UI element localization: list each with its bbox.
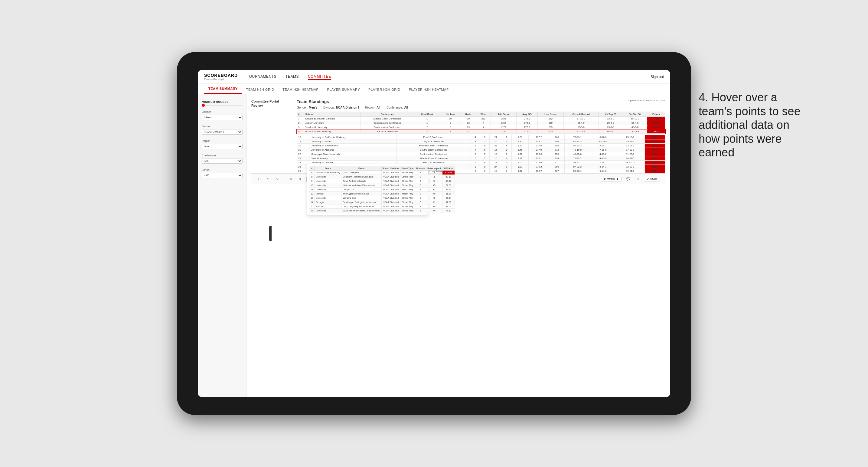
conference-select[interactable]: (All) — [202, 158, 243, 164]
subnav-team-summary[interactable]: TEAM SUMMARY — [204, 84, 242, 94]
tt-rounds: 3 — [415, 196, 426, 200]
tt-type: Stroke Play — [400, 200, 415, 205]
tt-rounds: 3 — [415, 183, 426, 188]
tt-wpoints: 97.86 — [442, 200, 455, 205]
region-select[interactable]: N/A East West — [202, 144, 243, 149]
region-label: Region — [202, 139, 243, 143]
tt-team: University — [314, 183, 341, 188]
tt-event: OFCC Fighting Illini Invitational — [341, 205, 381, 209]
rnds-cell: 19 — [461, 125, 476, 129]
power-button[interactable] — [269, 226, 272, 241]
grid-button[interactable]: ⊞ — [635, 177, 641, 181]
tt-rank: 14 — [309, 200, 314, 205]
th-division: Event Division — [381, 166, 400, 170]
slider-container — [202, 105, 243, 105]
subnav-team-h2h-grid[interactable]: TEAM H2H GRID — [242, 85, 279, 94]
low-cell: 252 — [537, 117, 563, 121]
gender-select[interactable]: Men's Women's — [202, 115, 243, 120]
vs25-cell: 29-4-0 — [598, 121, 623, 125]
conf-cell: Southeastern Conference — [360, 125, 414, 129]
points-cell-active[interactable]: 79.5 — [647, 129, 665, 134]
filter-division: Division: NCAA Division I — [323, 106, 359, 109]
comment-button[interactable]: 💬 — [624, 177, 632, 181]
points-cell[interactable]: 90.32 — [647, 125, 665, 129]
refresh-button[interactable]: ↻ — [274, 177, 280, 181]
conference-filter-value: All — [404, 106, 408, 109]
school-label: School — [202, 168, 243, 172]
nav-teams[interactable]: TEAMS — [285, 74, 299, 80]
table-row: 2 Auburn University Southeastern Confere… — [297, 121, 665, 125]
tt-rank: 13 — [309, 196, 314, 200]
nav-committee[interactable]: COMMITTEE — [308, 74, 331, 80]
rnds-cell: 21 — [489, 135, 502, 139]
watch-label: Watch — [607, 178, 615, 181]
tt-event: National Invitational Tournament — [341, 183, 381, 188]
no-tour-cell: 9 — [440, 121, 461, 125]
main-content: Minimum Rounds Gender Men's Women's — [198, 94, 670, 397]
copy-button[interactable]: ⊞ — [288, 177, 294, 181]
tooltip-row: 12 Florida I The Cypress Point Classic N… — [309, 192, 455, 196]
table-row: 23 Duke University Atlantic Coast Confer… — [297, 156, 665, 161]
portal-title-block: Committee Portal Review — [251, 99, 291, 108]
avg-cell: 272.6 — [517, 125, 538, 129]
tt-team: University — [314, 175, 341, 179]
subnav-player-h2h-grid[interactable]: PLAYER H2H GRID — [364, 85, 405, 94]
options-button[interactable]: ⊕ — [297, 177, 303, 181]
slider-thumb[interactable] — [202, 104, 205, 107]
vs50-cell: 45-5-0 — [623, 125, 647, 129]
table-row: 18 University of California, Berkeley Pa… — [297, 135, 665, 139]
th-impact: Rank Impact — [426, 166, 442, 170]
tt-rounds: 3 — [415, 209, 426, 213]
school-cell: University of California, Berkeley — [309, 135, 397, 139]
filter-conference: Conference: All — [386, 106, 408, 109]
subnav-player-h2h-heatmap[interactable]: PLAYER H2H HEATMAP — [405, 85, 453, 94]
wins-cell: 262 — [476, 117, 491, 121]
vs25-cell: 33-19-1 — [598, 129, 623, 134]
watch-button[interactable]: 👁 Watch ▼ — [601, 177, 621, 182]
rank-cell: 2 — [297, 121, 304, 125]
gender-filter-label: Gender: — [297, 106, 308, 109]
tt-impact: -1 — [426, 175, 442, 179]
th-rounds: Rounds — [415, 166, 426, 170]
tt-team: Arizona State University — [314, 170, 341, 175]
rank-cell: 3 — [297, 125, 304, 129]
sep1: | — [283, 176, 285, 182]
sign-out-button[interactable]: Sign out — [646, 75, 664, 79]
points-cell[interactable]: 93.31 — [647, 121, 665, 125]
share-button[interactable]: ↗ Share — [644, 177, 660, 182]
division-select[interactable]: NCAA Division I NCAA Division II NCAA Di… — [202, 129, 243, 134]
rnds-cell: 30 — [461, 117, 476, 121]
low-cell: 260 — [537, 121, 563, 125]
th-team: Team — [314, 166, 341, 170]
table-row: 1 University of North Carolina Atlantic … — [297, 117, 665, 121]
no-tour-cell: 8 — [440, 129, 461, 134]
sidebar: Minimum Rounds Gender Men's Women's — [198, 94, 247, 397]
school-select[interactable]: (All) — [202, 173, 243, 178]
region-filter-value: All — [376, 106, 380, 109]
low-cell: 265 — [537, 129, 563, 134]
subnav-player-summary[interactable]: PLAYER SUMMARY — [323, 85, 364, 94]
wins-cell: 2 — [502, 135, 512, 139]
avg-cell: 272.3 — [517, 121, 538, 125]
min-rounds-label: Minimum Rounds — [202, 100, 243, 103]
record-cell: 67-10-0 — [564, 117, 598, 121]
adj-cell: 2.73 — [491, 125, 517, 129]
conference-filter-label: Conference: — [386, 106, 403, 109]
tt-wpoints: 21.29 — [442, 192, 455, 196]
undo-button[interactable]: ↩ — [256, 177, 262, 181]
tt-division: NCAA Division I — [381, 209, 400, 213]
wins-cell: 4 — [476, 121, 491, 125]
tooltip-row: 9 University Amer An Intercollegiate NCA… — [309, 179, 455, 183]
annotation-container: 4. Hover over a team's points to see add… — [699, 91, 807, 160]
conf-cell: Pac-12 Conference — [360, 129, 414, 134]
slider-track[interactable] — [202, 105, 243, 105]
redo-button[interactable]: ↪ — [265, 177, 271, 181]
points-cell[interactable]: 97.02 — [647, 117, 665, 121]
col-rank: # — [297, 112, 304, 117]
nav-tournaments[interactable]: TOURNAMENTS — [247, 74, 276, 80]
tt-type: Stroke Play — [400, 179, 415, 183]
tt-division: NCAA Division I — [381, 183, 400, 188]
subnav-team-h2h-heatmap[interactable]: TEAM H2H HEATMAP — [278, 85, 323, 94]
points-cell[interactable]: 83.07 — [645, 135, 665, 139]
col-vs50: Vs Top 50 — [623, 112, 647, 117]
